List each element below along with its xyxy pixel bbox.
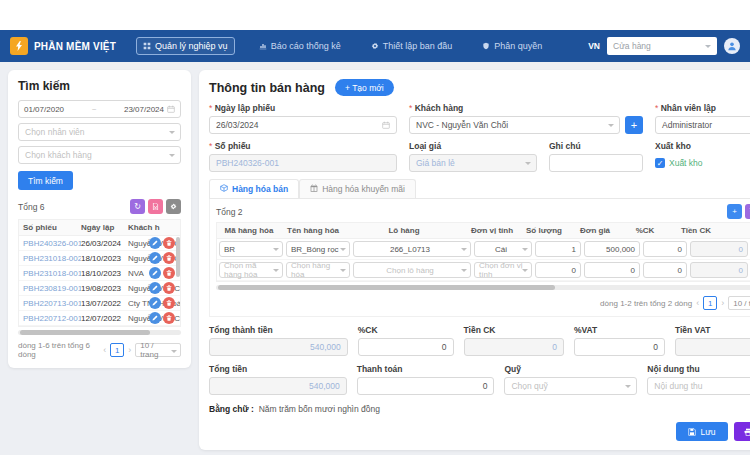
- delete-button[interactable]: [163, 237, 175, 249]
- item-price-input[interactable]: 500,000: [584, 241, 640, 257]
- receipt-code-link[interactable]: PBH240326-001: [19, 239, 81, 248]
- date-range-picker[interactable]: 01/07/2020 ~ 23/07/2024: [18, 100, 181, 118]
- table-row[interactable]: PBH220713-001 13/07/2022 Cty TNHH Hoàn T…: [19, 296, 180, 311]
- nav-phan-quyen[interactable]: Phân quyền: [476, 38, 548, 54]
- item-name-select[interactable]: BR_Bóng rọc: [286, 241, 350, 257]
- table-row[interactable]: PBH230819-001 19/08/2023 Nguyễn Văn Chối: [19, 281, 180, 296]
- vertical-scrollbar[interactable]: [176, 237, 180, 277]
- table-row[interactable]: PBH240326-001 26/03/2024 Nguyễn Văn Chối: [19, 236, 180, 251]
- nav-quan-ly-nghiep-vu[interactable]: Quản lý nghiệp vụ: [136, 37, 235, 55]
- nav-bao-cao-thong-ke[interactable]: Báo cáo thống kê: [253, 38, 347, 54]
- store-select[interactable]: Cửa hàng: [607, 37, 717, 55]
- horizontal-scrollbar[interactable]: [216, 285, 750, 290]
- table-row[interactable]: PBH220712-001 12/07/2022 Nguyễn Văn Chối: [19, 311, 180, 326]
- ck-pct-input[interactable]: 0: [358, 338, 454, 356]
- page-size-select[interactable]: 10 / trang: [135, 343, 181, 357]
- item-unit-select[interactable]: Cái: [474, 241, 532, 257]
- content-select[interactable]: Nội dung thu: [647, 377, 750, 395]
- tab-hang-hoa-ban[interactable]: Hàng hóa bán: [209, 179, 299, 198]
- item-price-input[interactable]: 0: [584, 262, 640, 278]
- receipt-date-input[interactable]: 26/03/2024: [209, 116, 397, 134]
- horizontal-scrollbar[interactable]: [18, 330, 181, 335]
- date-to-value[interactable]: 23/07/2024: [124, 105, 164, 114]
- payment-input[interactable]: 0: [357, 377, 495, 395]
- scrollbar-thumb[interactable]: [20, 330, 150, 335]
- receipt-code-link[interactable]: PBH230819-001: [19, 284, 81, 293]
- item-ck-pct-input[interactable]: 0: [643, 262, 687, 278]
- edit-button[interactable]: [149, 267, 161, 279]
- refresh-button[interactable]: ↻: [745, 204, 750, 219]
- col-don-gia: Đơn giá: [567, 226, 623, 235]
- save-button[interactable]: Lưu: [676, 422, 727, 441]
- calendar-icon: [382, 121, 390, 129]
- customer-filter-select[interactable]: Chọn khách hàng: [18, 146, 181, 164]
- customer-field-label: Khách hàng: [409, 103, 643, 113]
- item-code-select[interactable]: BR: [219, 241, 283, 257]
- item-qty-input[interactable]: 1: [535, 241, 581, 257]
- delete-button[interactable]: [163, 297, 175, 309]
- staff-select[interactable]: Administrator: [655, 116, 750, 134]
- item-code-select[interactable]: Chọn mã hàng hóa: [219, 262, 283, 278]
- export-field-label: Xuất kho: [655, 141, 750, 151]
- tab-hang-hoa-khuyen-mai[interactable]: Hàng hóa khuyến mãi: [299, 179, 416, 198]
- col-so-phieu[interactable]: Số phiếu: [19, 223, 81, 232]
- edit-button[interactable]: [149, 252, 161, 264]
- delete-button[interactable]: [163, 252, 175, 264]
- receipt-code-link[interactable]: PBH231018-001: [19, 269, 81, 278]
- item-unit-select[interactable]: Chọn đơn vị tính: [474, 262, 532, 278]
- col-khach-hang[interactable]: Khách h: [128, 223, 180, 232]
- item-code-placeholder: Chọn mã hàng hóa: [224, 261, 274, 279]
- page-size-select[interactable]: 10 / trang: [728, 296, 750, 310]
- add-row-button[interactable]: +: [727, 204, 742, 219]
- vat-pct-input[interactable]: 0: [574, 338, 665, 356]
- refresh-button[interactable]: ↻: [130, 199, 145, 214]
- delete-button[interactable]: [163, 267, 175, 279]
- customer-filter-placeholder: Chọn khách hàng: [25, 150, 92, 160]
- print-button[interactable]: In A4: [734, 422, 750, 441]
- menu-label: Báo cáo thống kê: [271, 41, 341, 51]
- current-page-button[interactable]: 1: [703, 296, 717, 310]
- receipt-date: 18/10/2023: [81, 269, 128, 278]
- nav-thiet-lap-ban-dau[interactable]: Thiết lập ban đầu: [365, 38, 459, 54]
- export-button[interactable]: [148, 199, 163, 214]
- current-page-button[interactable]: 1: [110, 343, 124, 357]
- edit-button[interactable]: [149, 312, 161, 324]
- delete-button[interactable]: [163, 282, 175, 294]
- item-qty-input[interactable]: 0: [535, 262, 581, 278]
- scrollbar-thumb[interactable]: [218, 285, 555, 290]
- customer-select[interactable]: NVC - Nguyễn Văn Chối: [409, 116, 620, 134]
- item-ck-pct-input[interactable]: 0: [643, 241, 687, 257]
- next-page-button[interactable]: ›: [128, 345, 131, 355]
- fund-select[interactable]: Chọn quỹ: [504, 377, 637, 395]
- receipt-code-link[interactable]: PBH220713-001: [19, 299, 81, 308]
- next-page-button[interactable]: ›: [721, 298, 724, 308]
- item-lot-select[interactable]: Chọn lô hàng: [353, 262, 471, 278]
- table-row[interactable]: PBH231018-002 18/10/2023 Nguyễn Văn Chối: [19, 251, 180, 266]
- price-type-label: Loại giá: [409, 141, 537, 151]
- add-customer-button[interactable]: +: [625, 116, 643, 134]
- prev-page-button[interactable]: ‹: [103, 345, 106, 355]
- user-avatar-icon[interactable]: [724, 38, 740, 54]
- edit-button[interactable]: [149, 237, 161, 249]
- language-label[interactable]: VN: [588, 41, 600, 51]
- item-lot-select[interactable]: 266_L0713: [353, 241, 471, 257]
- edit-button[interactable]: [149, 297, 161, 309]
- pagination-summary: dòng 1-2 trên tổng 2 dòng: [600, 299, 692, 308]
- edit-button[interactable]: [149, 282, 161, 294]
- export-checkbox[interactable]: ✓: [655, 158, 665, 168]
- search-button[interactable]: Tìm kiếm: [18, 171, 73, 190]
- staff-filter-select[interactable]: Chọn nhân viên: [18, 123, 181, 141]
- date-from-value[interactable]: 01/07/2020: [24, 105, 64, 114]
- delete-button[interactable]: [163, 312, 175, 324]
- receipt-code-link[interactable]: PBH231018-002: [19, 254, 81, 263]
- settings-button[interactable]: [166, 199, 181, 214]
- note-input[interactable]: [549, 154, 643, 172]
- prev-page-button[interactable]: ‹: [696, 298, 699, 308]
- total-label: Tổng tiền: [209, 364, 347, 374]
- amount-words-label: Bằng chữ :: [209, 404, 254, 414]
- create-new-button[interactable]: + Tạo mới: [335, 79, 394, 96]
- item-name-select[interactable]: Chọn hàng hóa: [286, 262, 350, 278]
- col-ngay-lap[interactable]: Ngày lập: [81, 223, 128, 232]
- table-row[interactable]: PBH231018-001 18/10/2023 NVA: [19, 266, 180, 281]
- receipt-code-link[interactable]: PBH220712-001: [19, 314, 81, 323]
